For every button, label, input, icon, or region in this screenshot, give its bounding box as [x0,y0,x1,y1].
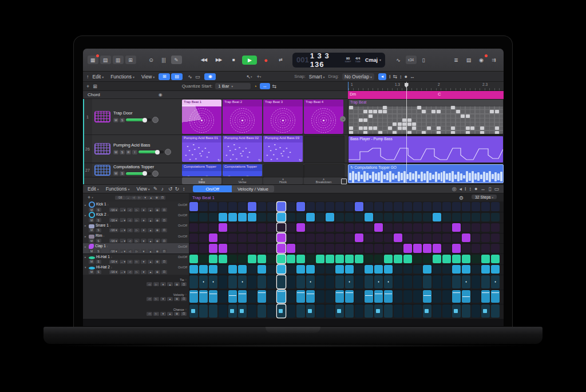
substep-bar[interactable] [374,290,383,303]
substep-dot[interactable] [189,304,198,318]
sub-right[interactable]: ▷ [153,312,159,316]
row-decrement[interactable]: ▾ [141,228,146,232]
grid-view-toggle[interactable]: ⊞ [159,73,170,80]
h-zoom-icon[interactable]: ↔ [481,186,486,192]
row-header[interactable]: ▾Hi-Hat 2 ↕On/OffMS/16 ▾→ ▾◁▷▾▴⊗⊡ [83,264,189,275]
substep-dot[interactable] [219,304,227,318]
row-increment[interactable]: ▴ [148,260,153,264]
pencil-tool-icon[interactable]: ✎ [171,56,182,64]
substep-dot[interactable] [306,304,315,318]
step-on[interactable] [209,255,217,263]
step-off[interactable] [365,233,373,242]
substep-tie[interactable]: ♦ [306,275,315,288]
step-off[interactable] [238,223,247,232]
step-on[interactable] [296,223,305,232]
play-button[interactable]: ▶ [242,56,257,65]
substep-tie[interactable] [433,275,441,288]
mute-button[interactable]: M [89,260,94,264]
step-off[interactable] [306,255,315,263]
substep-tie[interactable]: ♦ [462,275,470,288]
step-off[interactable] [326,244,334,252]
count-in-icon[interactable]: ||| [159,56,169,64]
step-on[interactable] [355,233,363,242]
transpose-icon[interactable]: ↕ [183,186,185,192]
step-rate-menu[interactable]: /16 [115,196,125,200]
row-increment[interactable]: ▴ [148,208,153,212]
mute-button[interactable]: M [89,270,94,274]
step-off[interactable] [423,233,431,242]
step-on[interactable] [209,233,217,242]
empty-cell-slot[interactable] [263,164,304,177]
step-on[interactable] [423,244,431,252]
substep-tie[interactable] [326,275,334,288]
step-off[interactable] [374,213,383,221]
scene-trigger-breakdown[interactable]: ∧Breakdown [304,177,343,184]
bar-ruler[interactable]: 11.322.3 [348,82,504,91]
scene-trigger-hook[interactable]: ∧Hook [263,177,303,184]
substep-tie[interactable]: ♦ [199,275,208,288]
sub-random[interactable]: ⊡ [181,282,187,286]
add-pattern-icon[interactable]: + [88,195,90,200]
step-off[interactable] [384,202,393,211]
step-off[interactable] [355,213,363,221]
row-rotate-left[interactable]: ◁ [127,239,133,243]
step-off[interactable] [403,223,412,232]
step-on[interactable] [452,223,461,232]
step-on[interactable] [481,265,490,274]
row-clear[interactable]: ⊗ [155,260,160,264]
step-off[interactable] [228,202,237,211]
stop-button[interactable]: ■ [227,56,240,65]
sub-left[interactable]: ◁ [146,297,152,301]
live-loops-cell[interactable]: Trap Beat 2 [223,100,262,134]
row-header[interactable]: ▸Snare 1 ↕On/OffMS/16 ▾→ ▾◁▷▾▴⊗⊡ [83,223,189,233]
row-rotate-left[interactable]: ◁ [127,260,133,264]
substep-bar[interactable] [326,290,334,303]
row-rate-menu[interactable]: /16 ▾ [109,260,118,264]
step-off[interactable] [452,233,461,242]
step-off[interactable] [306,202,315,211]
step-off[interactable] [394,244,402,252]
disclosure-triangle[interactable]: ▸ [85,234,88,239]
brush-tool-icon[interactable]: ✎ [153,186,158,192]
step-off[interactable] [258,233,266,242]
mute-button[interactable]: M [89,208,94,212]
rewind-button[interactable]: ◀◀ [197,56,210,65]
substep-tie[interactable] [394,275,402,288]
grid-icon[interactable]: ⊞ [93,84,97,89]
step-off[interactable] [403,233,412,242]
rotate-left-icon[interactable]: ↺ [168,186,173,192]
substep-tie[interactable]: ♦ [345,275,354,288]
substep-tie[interactable] [189,275,198,288]
step-off[interactable] [355,265,363,274]
quick-help-icon[interactable]: ▤ [100,56,111,64]
substep-bar[interactable] [481,290,490,303]
row-random[interactable]: ⊡ [161,218,167,222]
substep-bar[interactable] [452,290,461,303]
substep-bar[interactable] [335,290,344,303]
substep-dot[interactable] [413,304,422,318]
row-random[interactable]: ⊡ [161,270,167,274]
track-r-button[interactable]: R [126,150,131,155]
step-on[interactable] [365,213,373,221]
step-off[interactable] [423,255,431,263]
substep-dot[interactable] [433,304,441,318]
mute-button[interactable]: M [89,228,94,232]
row-rate-menu[interactable]: /16 ▾ [109,239,118,243]
increment-button[interactable]: ▴ [148,196,154,200]
step-off[interactable] [248,244,256,252]
step-off[interactable] [189,213,198,221]
pattern-tab[interactable]: Trap Beat 1 [189,193,504,201]
step-off[interactable] [189,233,198,242]
step-off[interactable] [442,244,451,252]
step-off[interactable] [472,223,480,232]
step-off[interactable] [238,244,247,252]
volume-slider[interactable] [138,151,164,153]
fade-tool-icon[interactable]: ∿ [188,74,192,80]
step-off[interactable] [258,202,266,211]
step-off[interactable] [326,202,334,211]
step-off[interactable] [248,265,256,274]
note-icon[interactable]: ♪ [161,186,164,192]
row-random[interactable]: ⊡ [161,228,167,232]
substep-bar[interactable] [384,290,393,303]
step-off[interactable] [384,223,393,232]
